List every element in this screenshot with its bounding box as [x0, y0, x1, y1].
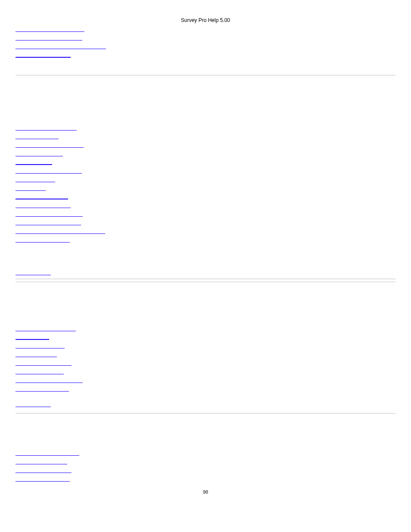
link-underline-icon — [16, 130, 77, 131]
link-underline-icon — [16, 233, 105, 234]
toc-link[interactable] — [16, 168, 395, 174]
toc-link[interactable] — [16, 401, 395, 407]
toc-link[interactable] — [16, 467, 395, 473]
link-underline-icon — [16, 339, 49, 340]
toc-link[interactable] — [16, 458, 395, 464]
link-group — [16, 26, 395, 58]
link-underline-icon — [16, 374, 64, 374]
toc-link[interactable] — [16, 193, 395, 199]
toc-link[interactable] — [16, 124, 395, 131]
toc-link[interactable] — [16, 185, 395, 191]
toc-link[interactable] — [16, 159, 395, 165]
link-underline-icon — [16, 182, 55, 182]
link-group — [16, 325, 395, 392]
toc-link[interactable] — [16, 334, 395, 340]
toc-link[interactable] — [16, 360, 395, 366]
link-underline-icon — [16, 464, 67, 464]
link-underline-icon — [16, 57, 71, 58]
link-underline-icon — [16, 49, 106, 49]
toc-link[interactable] — [16, 228, 395, 234]
link-underline-icon — [16, 391, 69, 392]
toc-link[interactable] — [16, 26, 395, 32]
link-underline-icon — [16, 208, 71, 208]
toc-link[interactable] — [16, 176, 395, 182]
link-underline-icon — [16, 139, 59, 139]
toc-link[interactable] — [16, 133, 395, 139]
link-underline-icon — [16, 357, 57, 357]
page-header-title: Survey Pro Help 5.00 — [16, 17, 395, 23]
link-underline-icon — [16, 365, 72, 366]
link-underline-icon — [16, 40, 82, 40]
link-underline-icon — [16, 407, 51, 407]
link-underline-icon — [16, 31, 84, 32]
toc-link[interactable] — [16, 325, 395, 331]
toc-link[interactable] — [16, 368, 395, 374]
toc-link[interactable] — [16, 450, 395, 456]
toc-link[interactable] — [16, 52, 395, 58]
link-group — [16, 124, 395, 243]
toc-link[interactable] — [16, 150, 395, 156]
link-underline-icon — [16, 481, 70, 482]
link-underline-icon — [16, 164, 52, 165]
toc-link[interactable] — [16, 386, 395, 392]
toc-link[interactable] — [16, 142, 395, 148]
link-underline-icon — [16, 225, 81, 225]
link-underline-icon — [16, 156, 63, 156]
link-underline-icon — [16, 216, 83, 217]
link-underline-icon — [16, 331, 76, 331]
page-number: 98 — [0, 489, 411, 495]
link-underline-icon — [16, 242, 70, 243]
toc-link[interactable] — [16, 269, 395, 275]
link-underline-icon — [16, 147, 84, 148]
link-underline-icon — [16, 473, 72, 473]
toc-link[interactable] — [16, 219, 395, 225]
link-underline-icon — [16, 199, 68, 199]
toc-link[interactable] — [16, 43, 395, 49]
link-underline-icon — [16, 455, 79, 456]
toc-link[interactable] — [16, 34, 395, 40]
link-underline-icon — [16, 275, 51, 275]
link-underline-icon — [16, 190, 46, 191]
toc-link[interactable] — [16, 342, 395, 348]
toc-link[interactable] — [16, 236, 395, 243]
toc-link[interactable] — [16, 377, 395, 383]
toc-link[interactable] — [16, 211, 395, 217]
toc-link[interactable] — [16, 202, 395, 208]
toc-link[interactable] — [16, 351, 395, 357]
toc-link[interactable] — [16, 476, 395, 482]
link-underline-icon — [16, 173, 82, 174]
link-group — [16, 450, 395, 482]
link-group-tail — [16, 401, 395, 407]
link-underline-icon — [16, 383, 83, 383]
link-underline-icon — [16, 348, 65, 348]
link-group-tail — [16, 269, 395, 275]
